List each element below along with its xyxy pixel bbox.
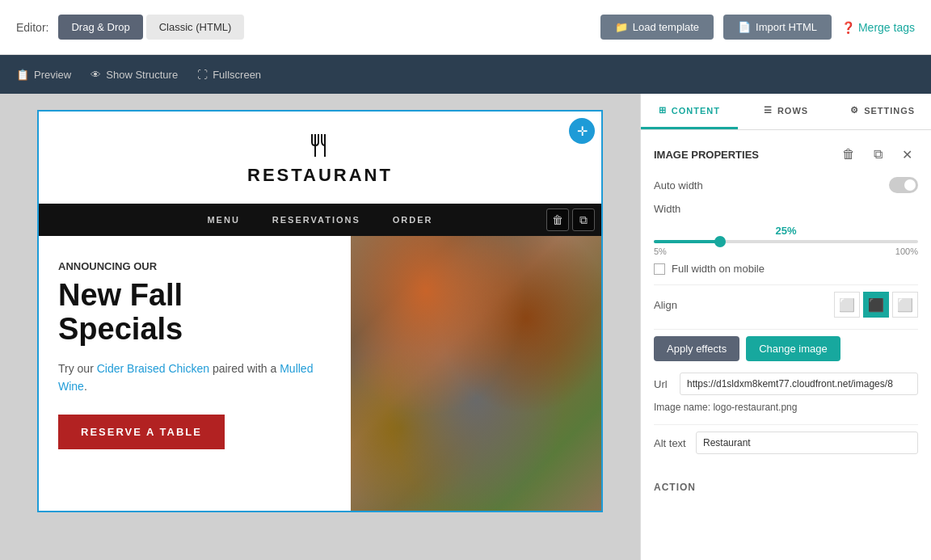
duplicate-row-btn[interactable]: ⧉ [572, 208, 595, 231]
email-nav: MENU RESERVATIONS ORDER 🗑 ⧉ [39, 204, 601, 236]
url-label: Url [654, 378, 680, 390]
fork-knife-icon [57, 129, 583, 162]
fullscreen-icon: ⛶ [197, 69, 208, 81]
full-width-mobile-label: Full width on mobile [672, 263, 765, 275]
panel-tabs: ⊞ CONTENT ☰ ROWS ⚙ SETTINGS [641, 94, 931, 130]
email-right-column [351, 236, 601, 511]
email-body: ANNOUNCING OUR New Fall Specials Try our… [39, 236, 601, 511]
alt-text-label: Alt text [654, 437, 696, 449]
alt-text-row: Alt text [654, 432, 918, 454]
import-html-btn[interactable]: 📄 Import HTML [723, 15, 832, 40]
cta-button[interactable]: RESERVE A TABLE [58, 415, 225, 449]
food-image-overlay [351, 236, 601, 511]
action-section-title: ACTION [641, 474, 931, 496]
url-input[interactable] [680, 373, 918, 395]
effects-row: Apply effects Change image [654, 336, 918, 361]
width-label-row: Width [654, 203, 918, 215]
full-width-mobile-checkbox[interactable] [654, 263, 665, 275]
section-title-row: IMAGE PROPERTIES 🗑 ⧉ ✕ [654, 143, 918, 166]
apply-effects-btn[interactable]: Apply effects [654, 336, 739, 361]
top-bar: Editor: Drag & Drop Classic (HTML) 📁 Loa… [0, 0, 931, 55]
main-layout: ✛ RESTAURANT MENU RESERVATIONS ORDER 🗑 ⧉ [0, 94, 931, 560]
merge-tags-btn[interactable]: ❓ Merge tags [841, 21, 915, 34]
main-heading: New Fall Specials [58, 279, 331, 347]
align-buttons: ⬜ ⬛ ⬜ [834, 292, 918, 318]
classic-html-btn[interactable]: Classic (HTML) [146, 15, 245, 40]
top-right-actions: 📁 Load template 📄 Import HTML ❓ Merge ta… [600, 15, 915, 40]
align-row: Align ⬜ ⬛ ⬜ [654, 292, 918, 318]
email-header-section: RESTAURANT [39, 112, 601, 204]
image-name-value: logo-restaurant.png [713, 402, 797, 413]
alt-text-input[interactable] [696, 432, 918, 454]
rows-icon: ☰ [764, 105, 773, 116]
divider-1 [654, 284, 918, 285]
secondary-toolbar: 📋 Preview 👁 Show Structure ⛶ Fullscreen [0, 55, 931, 94]
code-icon: 📄 [738, 21, 751, 33]
image-properties-section: IMAGE PROPERTIES 🗑 ⧉ ✕ Auto width Width … [641, 130, 931, 474]
show-structure-btn[interactable]: 👁 Show Structure [91, 69, 178, 81]
preview-icon: 📋 [16, 69, 29, 81]
tab-settings[interactable]: ⚙ SETTINGS [834, 94, 931, 129]
full-width-mobile-row: Full width on mobile [654, 263, 918, 275]
eye-icon: 👁 [91, 69, 101, 81]
question-icon: ❓ [841, 21, 855, 34]
editor-mode-group: Drag & Drop Classic (HTML) [58, 15, 244, 40]
align-left-btn[interactable]: ⬜ [834, 292, 860, 318]
fullscreen-btn[interactable]: ⛶ Fullscreen [197, 69, 261, 81]
sub-text: Try our Cider Braised Chicken paired wit… [58, 360, 331, 396]
nav-row-actions: 🗑 ⧉ [546, 208, 595, 231]
nav-menu[interactable]: MENU [207, 215, 239, 225]
auto-width-label: Auto width [654, 179, 703, 192]
settings-icon: ⚙ [850, 105, 859, 116]
align-center-btn[interactable]: ⬛ [863, 292, 889, 318]
food-image [351, 236, 601, 511]
restaurant-logo: RESTAURANT [57, 165, 583, 186]
email-left-column: ANNOUNCING OUR New Fall Specials Try our… [39, 236, 351, 511]
width-label: Width [654, 203, 680, 215]
divider-3 [654, 424, 918, 425]
auto-width-row: Auto width [654, 177, 918, 193]
divider-2 [654, 329, 918, 330]
change-image-btn[interactable]: Change image [746, 336, 840, 361]
nav-order[interactable]: ORDER [393, 215, 433, 225]
close-icon-btn[interactable]: ✕ [895, 143, 918, 166]
delete-row-btn[interactable]: 🗑 [546, 208, 569, 231]
image-name-row: Image name: logo-restaurant.png [654, 402, 918, 413]
align-label: Align [654, 299, 677, 311]
url-row: Url [654, 373, 918, 395]
cider-link[interactable]: Cider Braised Chicken [97, 362, 209, 375]
slider-min: 5% [654, 246, 667, 256]
tab-content[interactable]: ⊞ CONTENT [641, 94, 738, 129]
slider-thumb[interactable] [714, 236, 726, 247]
slider-fill [654, 240, 720, 243]
image-name-label: Image name: [654, 402, 710, 413]
email-wrapper: ✛ RESTAURANT MENU RESERVATIONS ORDER 🗑 ⧉ [37, 110, 603, 512]
width-value: 25% [654, 225, 918, 237]
width-slider-container: 25% 5% 100% [654, 225, 918, 256]
editor-label: Editor: [16, 21, 48, 34]
announcing-text: ANNOUNCING OUR [58, 260, 331, 272]
canvas-area: ✛ RESTAURANT MENU RESERVATIONS ORDER 🗑 ⧉ [0, 94, 640, 560]
align-right-btn[interactable]: ⬜ [892, 292, 918, 318]
section-actions: 🗑 ⧉ ✕ [837, 143, 918, 166]
preview-btn[interactable]: 📋 Preview [16, 69, 71, 81]
tab-rows[interactable]: ☰ ROWS [738, 94, 835, 129]
auto-width-toggle[interactable] [889, 177, 918, 193]
section-title-text: IMAGE PROPERTIES [654, 149, 759, 161]
delete-icon-btn[interactable]: 🗑 [837, 143, 860, 166]
nav-reservations[interactable]: RESERVATIONS [272, 215, 360, 225]
slider-max: 100% [895, 246, 918, 256]
slider-track [654, 240, 918, 243]
duplicate-icon-btn[interactable]: ⧉ [866, 143, 889, 166]
grid-icon: ⊞ [659, 105, 667, 116]
load-template-btn[interactable]: 📁 Load template [600, 15, 714, 40]
right-panel: ⊞ CONTENT ☰ ROWS ⚙ SETTINGS IMAGE PROPER… [640, 94, 931, 560]
move-handle[interactable]: ✛ [569, 118, 595, 144]
slider-labels: 5% 100% [654, 246, 918, 256]
folder-icon: 📁 [615, 21, 628, 33]
drag-drop-btn[interactable]: Drag & Drop [58, 15, 142, 40]
